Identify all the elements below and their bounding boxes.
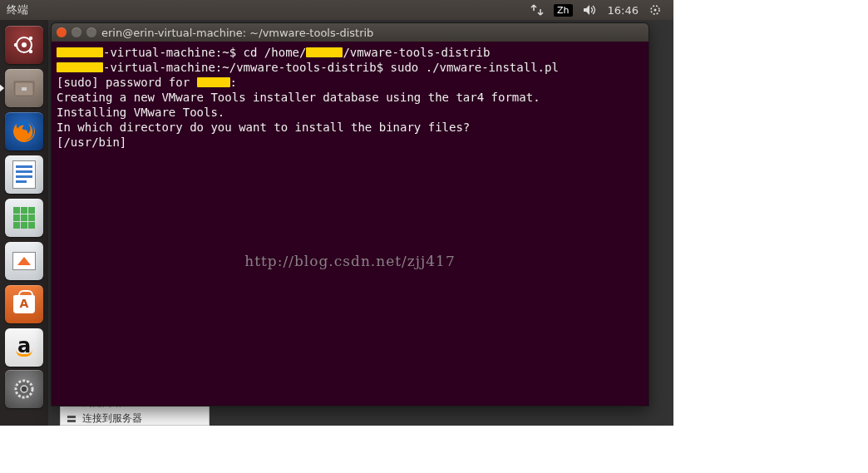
terminal-body[interactable]: -virtual-machine:~$ cd /home//vmware-too… bbox=[52, 42, 649, 406]
settings-icon[interactable] bbox=[4, 369, 44, 409]
session-indicator[interactable] bbox=[644, 0, 667, 20]
writer-icon[interactable] bbox=[4, 155, 44, 195]
svg-point-4 bbox=[14, 43, 17, 47]
network-indicator[interactable] bbox=[525, 0, 549, 20]
nautilus-connect-server[interactable]: 连接到服务器 bbox=[66, 411, 204, 426]
svg-point-5 bbox=[29, 37, 32, 40]
svg-rect-16 bbox=[67, 416, 76, 418]
svg-point-6 bbox=[29, 50, 32, 53]
terminal-title: erin@erin-virtual-machine: ~/vmware-tool… bbox=[101, 27, 373, 39]
window-maximize-button[interactable] bbox=[86, 27, 96, 37]
clock-indicator[interactable]: 16:46 bbox=[603, 0, 644, 20]
svg-point-13 bbox=[21, 386, 27, 392]
active-app-title: 终端 bbox=[7, 2, 28, 17]
redacted-user bbox=[197, 77, 230, 87]
amazon-icon[interactable]: a bbox=[4, 328, 44, 367]
svg-point-3 bbox=[22, 42, 27, 47]
redacted-user bbox=[57, 62, 103, 72]
ime-indicator[interactable]: Zh bbox=[549, 0, 578, 20]
ime-label: Zh bbox=[554, 4, 573, 17]
ubuntu-desktop: 终端 Zh 16:46 A a 浏览网络 bbox=[0, 0, 673, 426]
window-close-button[interactable] bbox=[57, 27, 67, 37]
files-icon[interactable] bbox=[4, 68, 44, 108]
impress-icon[interactable] bbox=[4, 241, 44, 281]
unity-launcher: A a bbox=[0, 20, 48, 426]
dash-icon[interactable] bbox=[4, 25, 44, 65]
firefox-icon[interactable] bbox=[4, 111, 44, 151]
terminal-window: erin@erin-virtual-machine: ~/vmware-tool… bbox=[51, 22, 649, 406]
svg-point-1 bbox=[654, 9, 657, 12]
redacted-user bbox=[306, 47, 343, 57]
software-center-icon[interactable]: A bbox=[4, 284, 44, 324]
clock-time: 16:46 bbox=[608, 4, 639, 17]
window-minimize-button[interactable] bbox=[72, 27, 81, 37]
svg-rect-17 bbox=[67, 420, 76, 422]
watermark-text: http://blog.csdn.net/zjj417 bbox=[244, 254, 456, 269]
svg-rect-10 bbox=[22, 87, 27, 91]
top-menubar: 终端 Zh 16:46 bbox=[0, 0, 673, 20]
calc-icon[interactable] bbox=[4, 198, 44, 238]
terminal-titlebar[interactable]: erin@erin-virtual-machine: ~/vmware-tool… bbox=[52, 23, 649, 42]
sound-indicator[interactable] bbox=[578, 0, 603, 20]
redacted-user bbox=[57, 47, 103, 57]
